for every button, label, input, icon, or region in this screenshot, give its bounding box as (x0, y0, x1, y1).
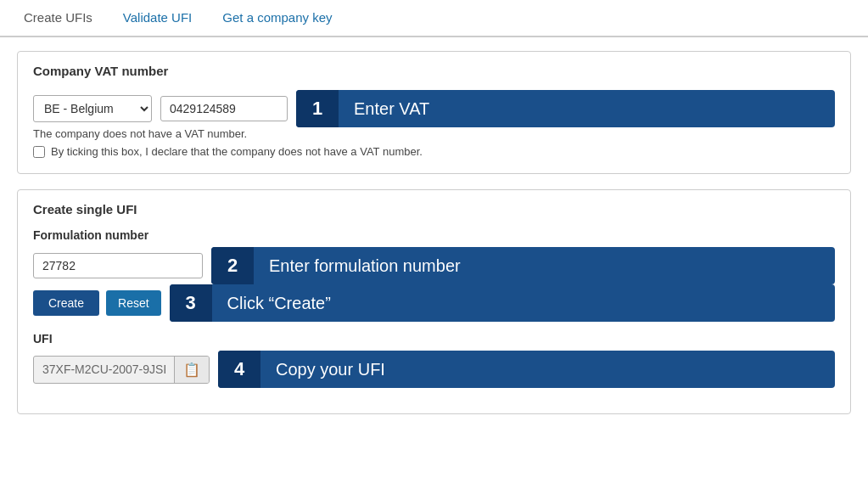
ufi-card: Create single UFI Formulation number 2 E… (17, 189, 851, 414)
ufi-label: UFI (33, 332, 835, 346)
country-select[interactable]: BE - Belgium (33, 95, 152, 122)
ufi-field-wrap: 📋 (33, 356, 210, 384)
instruction-number-2: 2 (211, 247, 254, 284)
instruction-number-4: 4 (218, 351, 260, 388)
click-create-instruction: 3 Click “Create” (170, 284, 835, 322)
formulation-input[interactable] (33, 253, 203, 278)
action-buttons: Create Reset (33, 290, 161, 316)
ufi-copy-button[interactable]: 📋 (174, 357, 209, 383)
ufi-output-input[interactable] (34, 357, 174, 381)
instruction-text-2: Enter formulation number (254, 256, 476, 276)
main-content: Company VAT number BE - Belgium 1 Enter … (0, 37, 868, 443)
enter-vat-instruction: 1 Enter VAT (296, 90, 835, 127)
tab-create-ufis[interactable]: Create UFIs (8, 0, 108, 37)
no-vat-checkbox-row: By ticking this box, I declare that the … (33, 145, 835, 158)
vat-row: BE - Belgium 1 Enter VAT (33, 90, 835, 127)
vat-card: Company VAT number BE - Belgium 1 Enter … (17, 51, 851, 174)
no-vat-checkbox-label: By ticking this box, I declare that the … (51, 145, 423, 158)
copy-ufi-instruction: 4 Copy your UFI (218, 351, 835, 388)
enter-formulation-instruction: 2 Enter formulation number (211, 247, 835, 284)
instruction-text-3: Click “Create” (212, 294, 346, 313)
buttons-instruction-row: Create Reset 3 Click “Create” (33, 284, 835, 322)
vat-card-title: Company VAT number (33, 64, 835, 78)
reset-button[interactable]: Reset (106, 290, 161, 316)
copy-icon: 📋 (183, 362, 200, 378)
formulation-label: Formulation number (33, 228, 835, 242)
vat-input[interactable] (160, 96, 288, 121)
instruction-number-1: 1 (296, 90, 339, 127)
ufi-instruction-row: 📋 4 Copy your UFI (33, 351, 835, 388)
instruction-text-4: Copy your UFI (260, 360, 400, 379)
create-button[interactable]: Create (33, 290, 99, 316)
no-vat-text: The company does not have a VAT number. (33, 127, 835, 140)
tab-validate-ufi[interactable]: Validate UFI (108, 0, 207, 37)
instruction-text-1: Enter VAT (339, 99, 445, 119)
tab-bar: Create UFIs Validate UFI Get a company k… (0, 0, 868, 37)
formulation-row: 2 Enter formulation number (33, 247, 835, 284)
no-vat-checkbox[interactable] (33, 146, 45, 158)
instruction-number-3: 3 (170, 284, 212, 322)
ufi-card-title: Create single UFI (33, 202, 835, 216)
tab-get-company-key[interactable]: Get a company key (207, 0, 347, 37)
